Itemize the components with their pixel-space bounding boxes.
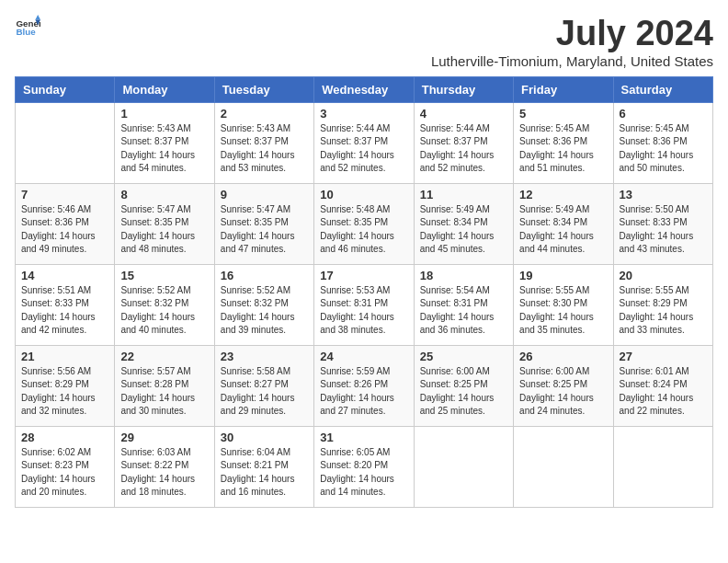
calendar-cell bbox=[414, 426, 513, 507]
day-number: 4 bbox=[420, 107, 507, 121]
day-info: Sunrise: 5:49 AM Sunset: 8:34 PM Dayligh… bbox=[420, 203, 507, 257]
calendar-cell: 6Sunrise: 5:45 AM Sunset: 8:36 PM Daylig… bbox=[613, 102, 712, 183]
day-number: 6 bbox=[620, 107, 707, 121]
day-number: 31 bbox=[320, 431, 407, 444]
calendar-cell: 11Sunrise: 5:49 AM Sunset: 8:34 PM Dayli… bbox=[414, 183, 513, 264]
calendar-week-row: 14Sunrise: 5:51 AM Sunset: 8:33 PM Dayli… bbox=[16, 264, 713, 345]
day-number: 18 bbox=[420, 269, 507, 282]
calendar-week-row: 21Sunrise: 5:56 AM Sunset: 8:29 PM Dayli… bbox=[16, 345, 713, 426]
calendar-header-saturday: Saturday bbox=[613, 76, 712, 102]
calendar-cell: 13Sunrise: 5:50 AM Sunset: 8:33 PM Dayli… bbox=[613, 183, 712, 264]
day-info: Sunrise: 6:04 AM Sunset: 8:21 PM Dayligh… bbox=[221, 446, 308, 500]
day-number: 16 bbox=[221, 269, 308, 282]
calendar-header-monday: Monday bbox=[115, 76, 214, 102]
calendar-cell: 2Sunrise: 5:43 AM Sunset: 8:37 PM Daylig… bbox=[214, 102, 313, 183]
calendar-cell: 22Sunrise: 5:57 AM Sunset: 8:28 PM Dayli… bbox=[115, 345, 214, 426]
day-info: Sunrise: 5:50 AM Sunset: 8:33 PM Dayligh… bbox=[620, 203, 707, 257]
day-info: Sunrise: 6:00 AM Sunset: 8:25 PM Dayligh… bbox=[519, 365, 607, 419]
svg-text:Blue: Blue bbox=[16, 27, 36, 37]
calendar-week-row: 28Sunrise: 6:02 AM Sunset: 8:23 PM Dayli… bbox=[16, 426, 713, 507]
calendar-cell: 23Sunrise: 5:58 AM Sunset: 8:27 PM Dayli… bbox=[214, 345, 313, 426]
day-info: Sunrise: 5:55 AM Sunset: 8:29 PM Dayligh… bbox=[620, 284, 707, 338]
day-number: 9 bbox=[221, 188, 308, 201]
day-number: 11 bbox=[420, 188, 507, 201]
day-info: Sunrise: 5:46 AM Sunset: 8:36 PM Dayligh… bbox=[21, 203, 108, 257]
calendar-cell: 9Sunrise: 5:47 AM Sunset: 8:35 PM Daylig… bbox=[214, 183, 313, 264]
day-number: 10 bbox=[320, 188, 407, 201]
calendar-cell: 30Sunrise: 6:04 AM Sunset: 8:21 PM Dayli… bbox=[214, 426, 313, 507]
calendar-header-row: SundayMondayTuesdayWednesdayThursdayFrid… bbox=[16, 76, 713, 102]
day-info: Sunrise: 5:52 AM Sunset: 8:32 PM Dayligh… bbox=[221, 284, 308, 338]
subtitle: Lutherville-Timonium, Maryland, United S… bbox=[431, 53, 713, 69]
calendar-cell: 19Sunrise: 5:55 AM Sunset: 8:30 PM Dayli… bbox=[514, 264, 613, 345]
day-info: Sunrise: 6:05 AM Sunset: 8:20 PM Dayligh… bbox=[320, 446, 407, 500]
day-number: 8 bbox=[120, 188, 208, 201]
main-title: July 2024 bbox=[431, 15, 713, 53]
day-number: 21 bbox=[21, 350, 108, 363]
day-info: Sunrise: 5:57 AM Sunset: 8:28 PM Dayligh… bbox=[120, 365, 208, 419]
day-info: Sunrise: 5:44 AM Sunset: 8:37 PM Dayligh… bbox=[420, 122, 507, 176]
day-number: 17 bbox=[320, 269, 407, 282]
day-info: Sunrise: 5:54 AM Sunset: 8:31 PM Dayligh… bbox=[420, 284, 507, 338]
day-info: Sunrise: 5:52 AM Sunset: 8:32 PM Dayligh… bbox=[120, 284, 208, 338]
day-number: 1 bbox=[120, 107, 208, 121]
day-info: Sunrise: 5:51 AM Sunset: 8:33 PM Dayligh… bbox=[21, 284, 108, 338]
calendar-cell: 31Sunrise: 6:05 AM Sunset: 8:20 PM Dayli… bbox=[314, 426, 414, 507]
day-info: Sunrise: 5:53 AM Sunset: 8:31 PM Dayligh… bbox=[320, 284, 407, 338]
calendar-cell: 15Sunrise: 5:52 AM Sunset: 8:32 PM Dayli… bbox=[115, 264, 214, 345]
day-number: 3 bbox=[320, 107, 407, 121]
svg-marker-2 bbox=[35, 15, 40, 20]
day-info: Sunrise: 5:48 AM Sunset: 8:35 PM Dayligh… bbox=[320, 203, 407, 257]
calendar-cell: 14Sunrise: 5:51 AM Sunset: 8:33 PM Dayli… bbox=[16, 264, 115, 345]
calendar-week-row: 1Sunrise: 5:43 AM Sunset: 8:37 PM Daylig… bbox=[16, 102, 713, 183]
calendar-cell: 27Sunrise: 6:01 AM Sunset: 8:24 PM Dayli… bbox=[613, 345, 712, 426]
day-info: Sunrise: 5:43 AM Sunset: 8:37 PM Dayligh… bbox=[120, 122, 208, 176]
calendar-table: SundayMondayTuesdayWednesdayThursdayFrid… bbox=[15, 76, 713, 508]
calendar-header-wednesday: Wednesday bbox=[314, 76, 414, 102]
logo: General Blue bbox=[15, 15, 40, 40]
calendar-cell bbox=[514, 426, 613, 507]
page-container: General Blue July 2024 Lutherville-Timon… bbox=[15, 15, 713, 508]
logo-icon: General Blue bbox=[15, 15, 40, 40]
day-number: 30 bbox=[221, 431, 308, 444]
calendar-cell bbox=[613, 426, 712, 507]
day-info: Sunrise: 6:01 AM Sunset: 8:24 PM Dayligh… bbox=[620, 365, 707, 419]
calendar-cell: 12Sunrise: 5:49 AM Sunset: 8:34 PM Dayli… bbox=[514, 183, 613, 264]
day-number: 7 bbox=[21, 188, 108, 201]
calendar-header-sunday: Sunday bbox=[16, 76, 115, 102]
calendar-cell: 18Sunrise: 5:54 AM Sunset: 8:31 PM Dayli… bbox=[414, 264, 513, 345]
title-area: July 2024 Lutherville-Timonium, Maryland… bbox=[431, 15, 713, 69]
calendar-cell: 24Sunrise: 5:59 AM Sunset: 8:26 PM Dayli… bbox=[314, 345, 414, 426]
calendar-cell: 7Sunrise: 5:46 AM Sunset: 8:36 PM Daylig… bbox=[16, 183, 115, 264]
day-number: 14 bbox=[21, 269, 108, 282]
day-info: Sunrise: 5:45 AM Sunset: 8:36 PM Dayligh… bbox=[519, 122, 607, 176]
day-number: 28 bbox=[21, 431, 108, 444]
day-number: 19 bbox=[519, 269, 607, 282]
day-number: 25 bbox=[420, 350, 507, 363]
day-info: Sunrise: 5:49 AM Sunset: 8:34 PM Dayligh… bbox=[519, 203, 607, 257]
day-number: 27 bbox=[620, 350, 707, 363]
calendar-cell: 3Sunrise: 5:44 AM Sunset: 8:37 PM Daylig… bbox=[314, 102, 414, 183]
calendar-header-tuesday: Tuesday bbox=[214, 76, 313, 102]
calendar-header-friday: Friday bbox=[514, 76, 613, 102]
calendar-cell: 17Sunrise: 5:53 AM Sunset: 8:31 PM Dayli… bbox=[314, 264, 414, 345]
day-number: 12 bbox=[519, 188, 607, 201]
day-info: Sunrise: 5:45 AM Sunset: 8:36 PM Dayligh… bbox=[620, 122, 707, 176]
day-info: Sunrise: 6:00 AM Sunset: 8:25 PM Dayligh… bbox=[420, 365, 507, 419]
day-number: 22 bbox=[120, 350, 208, 363]
calendar-cell: 21Sunrise: 5:56 AM Sunset: 8:29 PM Dayli… bbox=[16, 345, 115, 426]
calendar-cell: 28Sunrise: 6:02 AM Sunset: 8:23 PM Dayli… bbox=[16, 426, 115, 507]
calendar-header-thursday: Thursday bbox=[414, 76, 513, 102]
day-number: 5 bbox=[519, 107, 607, 121]
day-info: Sunrise: 5:59 AM Sunset: 8:26 PM Dayligh… bbox=[320, 365, 407, 419]
calendar-cell: 20Sunrise: 5:55 AM Sunset: 8:29 PM Dayli… bbox=[613, 264, 712, 345]
calendar-cell: 25Sunrise: 6:00 AM Sunset: 8:25 PM Dayli… bbox=[414, 345, 513, 426]
day-info: Sunrise: 5:56 AM Sunset: 8:29 PM Dayligh… bbox=[21, 365, 108, 419]
calendar-cell: 26Sunrise: 6:00 AM Sunset: 8:25 PM Dayli… bbox=[514, 345, 613, 426]
day-number: 20 bbox=[620, 269, 707, 282]
calendar-cell: 1Sunrise: 5:43 AM Sunset: 8:37 PM Daylig… bbox=[115, 102, 214, 183]
day-info: Sunrise: 6:02 AM Sunset: 8:23 PM Dayligh… bbox=[21, 446, 108, 500]
calendar-cell: 5Sunrise: 5:45 AM Sunset: 8:36 PM Daylig… bbox=[514, 102, 613, 183]
day-number: 2 bbox=[221, 107, 308, 121]
header: General Blue July 2024 Lutherville-Timon… bbox=[15, 15, 713, 69]
